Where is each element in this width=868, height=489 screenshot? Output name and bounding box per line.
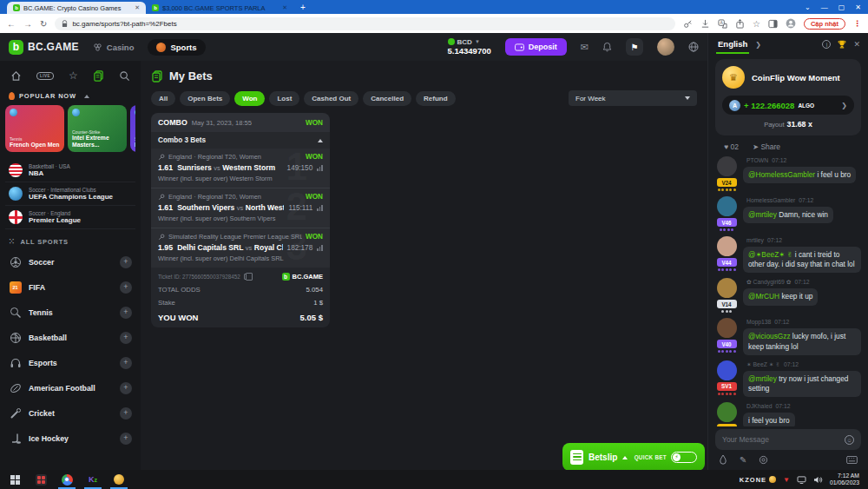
share-button[interactable]: ➤ Share [753,142,780,151]
sidebar-item-tennis[interactable]: Tennis + [5,300,135,325]
expand-plus-icon[interactable]: + [120,332,132,344]
filter-refund[interactable]: Refund [416,91,456,106]
globe-icon[interactable] [688,42,699,52]
filter-cancelled[interactable]: Cancelled [363,91,411,106]
stats-icon[interactable] [317,245,323,251]
expand-plus-icon[interactable]: + [120,407,132,420]
balance-selector[interactable]: BCD ▼ 5.14349700 [448,38,491,56]
share-icon[interactable] [735,19,745,29]
sidebar-item-ice-hockey[interactable]: Ice Hockey + [5,426,135,451]
filter-lost[interactable]: Lost [269,91,299,106]
taskbar-app-1[interactable] [30,470,52,489]
chat-username[interactable]: ✿ Candygirl69 ✿ [746,279,791,285]
deposit-button[interactable]: Deposit [505,38,567,56]
tab-close-icon[interactable]: ✕ [282,4,287,11]
betslip-bar[interactable]: Betslip QUICK BET ⚡ [562,443,705,471]
chat-username[interactable]: mrtiley [746,237,764,243]
avatar[interactable] [717,278,737,298]
avatar[interactable] [717,196,737,216]
avatar[interactable] [717,236,737,256]
expand-plus-icon[interactable]: + [120,433,132,445]
wow-moment-card[interactable]: ♛ CoinFlip Wow Moment A + 122.266028 ALG… [715,59,861,135]
filter-all[interactable]: All [151,91,175,106]
close-icon[interactable]: ✕ [853,40,860,49]
expand-plus-icon[interactable]: + [120,382,132,394]
user-avatar[interactable] [657,38,674,56]
expand-plus-icon[interactable]: + [120,307,132,319]
avatar[interactable] [717,360,737,380]
nav-sports[interactable]: Sports [148,39,205,56]
speaker-icon[interactable] [813,476,823,484]
window-menu-icon[interactable]: ⌄ [805,3,811,11]
sidebar-item-premier-league[interactable]: Soccer · England Premier League [5,206,135,229]
back-icon[interactable]: ← [7,19,16,29]
stats-icon[interactable] [317,165,323,171]
window-maximize-icon[interactable]: ▢ [838,3,845,11]
quick-bet-toggle[interactable]: ⚡ [671,452,697,463]
sidebar-item-soccer[interactable]: Soccer + [5,249,135,274]
forward-icon[interactable]: → [23,19,32,29]
sidebar-item-uefa[interactable]: Soccer · International Clubs UEFA Champi… [5,182,135,206]
tab-close-icon[interactable]: ✕ [135,4,140,11]
chrome-update-button[interactable]: Cập nhật [804,18,845,30]
new-tab-button[interactable]: + [300,2,306,14]
refresh-icon[interactable]: ↻ [40,19,47,29]
taskbar-app-kz[interactable]: Kz [82,470,104,489]
sidebar-item-nba[interactable]: Basketball · USA NBA [5,159,135,182]
favorites-star-icon[interactable]: ☆ [69,69,78,82]
emoji-icon[interactable]: ☺ [845,435,854,445]
chat-username[interactable]: PTOWN [746,157,768,163]
filter-won[interactable]: Won [234,91,265,106]
avatar[interactable] [717,318,737,338]
bookmark-star-icon[interactable]: ☆ [753,19,760,29]
bet-leg-1[interactable]: 1 England · Regional T20, Women WON 1.61… [151,149,330,188]
system-clock[interactable]: 7:12 AM 01/06/2023 [830,472,859,487]
taskbar-app-coin[interactable] [108,470,130,489]
chrome-menu-icon[interactable]: ⋮ [853,19,861,28]
nav-casino[interactable]: Casino [93,43,135,52]
translate-icon[interactable]: A [718,19,727,29]
wow-amount-pill[interactable]: A + 122.266028 ALGO ❯ [722,96,854,115]
expand-plus-icon[interactable]: + [120,281,132,294]
notifications-bell-icon[interactable] [602,42,612,52]
window-minimize-icon[interactable]: — [821,3,828,11]
sidebar-item-fifa[interactable]: 21 FIFA + [5,274,135,300]
download-tray-icon[interactable]: ▼ [783,476,790,484]
sidebar-item-cricket[interactable]: Cricket + [5,400,135,426]
chevron-right-icon[interactable]: ❯ [755,41,761,49]
bcgame-logo[interactable]: b BC.GAME [9,40,79,55]
my-bets-icon[interactable] [93,70,104,82]
chat-username[interactable]: Mopp138 [746,319,771,325]
live-icon[interactable]: LIVE [36,72,54,80]
search-icon[interactable] [119,70,130,82]
network-icon[interactable] [797,476,806,484]
avatar[interactable] [717,156,737,176]
popular-card-iem[interactable]: Counter-Strike Intel Extreme Masters... [68,105,127,152]
filter-cashed-out[interactable]: Cashed Out [304,91,358,106]
chat-message-input[interactable] [722,435,839,444]
sports-flag-icon[interactable]: ⚑ [626,38,643,56]
browser-tab-active[interactable]: b BC.GAME: Crypto Casino Games ✕ [7,2,146,14]
coin-drop-icon[interactable] [759,455,768,465]
window-close-icon[interactable]: ✕ [855,3,861,11]
key-icon[interactable] [683,19,693,29]
expand-plus-icon[interactable]: + [120,357,132,369]
chat-language-tab[interactable]: English [716,35,749,54]
chat-username[interactable]: HomelessGambler [746,197,795,203]
profile-icon[interactable] [786,18,796,29]
filter-open-bets[interactable]: Open Bets [180,91,230,106]
taskbar-chrome[interactable] [56,470,78,489]
rain-icon[interactable] [719,454,727,465]
start-button[interactable] [3,470,26,489]
copy-icon[interactable] [244,274,249,280]
expand-plus-icon[interactable]: + [120,256,132,268]
bet-leg-3[interactable]: 3 Simulated Reality League Premier Leagu… [151,228,330,268]
inbox-icon[interactable]: ✉ [581,42,589,53]
sidebar-item-american-football[interactable]: American Football + [5,375,135,400]
bet-leg-2[interactable]: 2 England · Regional T20, Women WON 1.61… [151,188,330,228]
download-icon[interactable] [700,19,710,29]
period-dropdown[interactable]: For Week [569,90,697,106]
popular-card-premier[interactable]: Soccer Premier [130,105,135,152]
keyboard-icon[interactable] [846,456,858,464]
avatar[interactable] [717,402,737,422]
